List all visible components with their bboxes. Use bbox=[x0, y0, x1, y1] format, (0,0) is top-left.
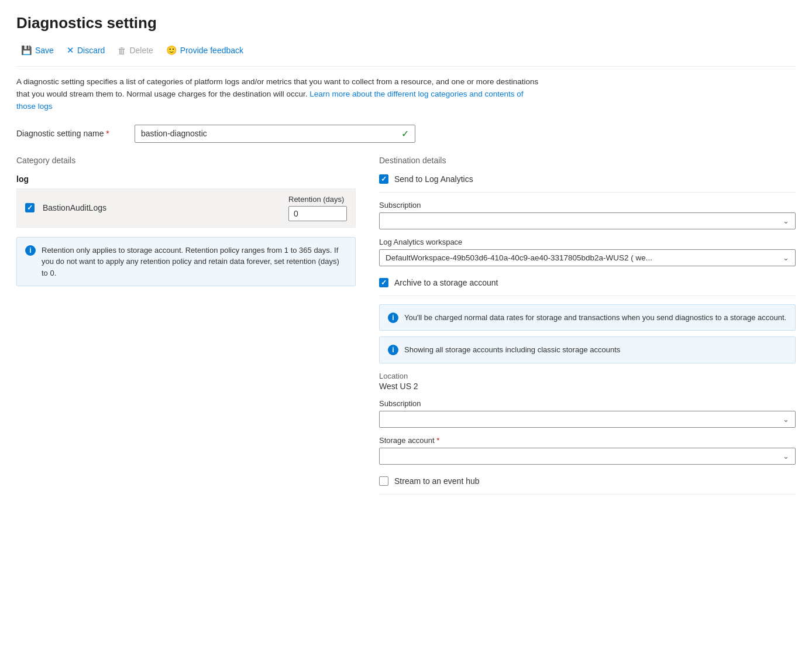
storage-charge-info-box: i You'll be charged normal data rates fo… bbox=[379, 304, 796, 331]
destination-details-section: Destination details ✓ Send to Log Analyt… bbox=[379, 156, 796, 506]
storage-account-checkbox-row: ✓ Archive to a storage account bbox=[379, 278, 796, 287]
event-hub-label: Stream to an event hub bbox=[394, 476, 480, 486]
la-subscription-label: Subscription bbox=[379, 201, 796, 210]
storage-account-checkbox[interactable]: ✓ bbox=[379, 278, 388, 287]
event-hub-divider bbox=[379, 494, 796, 495]
la-workspace-group: Log Analytics workspace DefaultWorkspace… bbox=[379, 238, 796, 266]
valid-check-icon: ✓ bbox=[401, 128, 409, 139]
retention-input[interactable] bbox=[288, 206, 347, 221]
bastion-audit-logs-label: BastionAuditLogs bbox=[43, 203, 106, 212]
category-details-section: Category details log ✓ BastionAuditLogs … bbox=[16, 156, 356, 287]
event-hub-checkbox[interactable] bbox=[379, 476, 388, 486]
storage-account-dropdown[interactable]: ⌄ bbox=[379, 448, 796, 465]
la-subscription-group: Subscription ⌄ bbox=[379, 201, 796, 229]
save-icon: 💾 bbox=[21, 45, 32, 56]
retention-info-box: i Retention only applies to storage acco… bbox=[16, 237, 356, 287]
la-workspace-label: Log Analytics workspace bbox=[379, 238, 796, 246]
la-subscription-dropdown[interactable]: ⌄ bbox=[379, 212, 796, 229]
storage-info-icon1: i bbox=[388, 313, 398, 323]
storage-subscription-group: Subscription ⌄ bbox=[379, 399, 796, 428]
description-text: A diagnostic setting specifies a list of… bbox=[16, 76, 543, 113]
page-title: Diagnostics setting bbox=[16, 14, 796, 32]
retention-info-text: Retention only applies to storage accoun… bbox=[42, 245, 347, 279]
log-label: log bbox=[16, 174, 356, 184]
log-section: log ✓ BastionAuditLogs Retention (days) bbox=[16, 174, 356, 228]
discard-icon: ✕ bbox=[67, 45, 74, 56]
save-button[interactable]: 💾 Save bbox=[16, 43, 59, 58]
storage-account-field-group: Storage account * ⌄ bbox=[379, 436, 796, 465]
storage-subscription-label: Subscription bbox=[379, 399, 796, 408]
storage-subscription-dropdown[interactable]: ⌄ bbox=[379, 411, 796, 428]
log-analytics-checkbox-row: ✓ Send to Log Analytics bbox=[379, 174, 796, 184]
event-hub-checkbox-row: Stream to an event hub bbox=[379, 476, 796, 486]
storage-account-divider bbox=[379, 296, 796, 296]
diagnostic-name-label: Diagnostic setting name * bbox=[16, 129, 128, 138]
storage-location-label: Location bbox=[379, 372, 796, 380]
discard-button[interactable]: ✕ Discard bbox=[62, 43, 109, 58]
two-col-layout: Category details log ✓ BastionAuditLogs … bbox=[16, 156, 796, 506]
log-row: ✓ BastionAuditLogs Retention (days) bbox=[16, 188, 356, 228]
retention-label: Retention (days) bbox=[288, 195, 344, 204]
log-analytics-divider bbox=[379, 192, 796, 193]
log-analytics-section: ✓ Send to Log Analytics Subscription ⌄ L… bbox=[379, 174, 796, 266]
diagnostic-name-input[interactable] bbox=[141, 129, 398, 138]
diagnostic-name-input-wrapper: ✓ bbox=[135, 125, 415, 143]
storage-classic-info-box: i Showing all storage accounts including… bbox=[379, 336, 796, 363]
la-workspace-arrow-icon: ⌄ bbox=[783, 253, 789, 262]
delete-icon: 🗑 bbox=[118, 46, 126, 56]
storage-subscription-arrow-icon: ⌄ bbox=[783, 415, 789, 424]
storage-account-field-label: Storage account * bbox=[379, 436, 796, 445]
la-workspace-dropdown[interactable]: DefaultWorkspace-49b503d6-410a-40c9-ae40… bbox=[379, 249, 796, 266]
storage-classic-text: Showing all storage accounts including c… bbox=[404, 344, 620, 356]
feedback-icon: 🙂 bbox=[166, 45, 177, 56]
log-analytics-checkbox[interactable]: ✓ bbox=[379, 174, 388, 184]
event-hub-section: Stream to an event hub bbox=[379, 476, 796, 495]
destination-details-title: Destination details bbox=[379, 156, 796, 165]
feedback-button[interactable]: 🙂 Provide feedback bbox=[161, 43, 248, 58]
bastion-audit-logs-checkbox[interactable]: ✓ bbox=[25, 203, 35, 212]
info-icon: i bbox=[25, 245, 36, 256]
storage-account-arrow-icon: ⌄ bbox=[783, 452, 789, 461]
storage-account-section: ✓ Archive to a storage account i You'll … bbox=[379, 278, 796, 465]
toolbar: 💾 Save ✕ Discard 🗑 Delete 🙂 Provide feed… bbox=[16, 43, 796, 67]
delete-button[interactable]: 🗑 Delete bbox=[113, 43, 157, 58]
diagnostic-name-row: Diagnostic setting name * ✓ bbox=[16, 125, 796, 143]
category-details-title: Category details bbox=[16, 156, 356, 165]
la-subscription-arrow-icon: ⌄ bbox=[783, 217, 789, 225]
la-workspace-value: DefaultWorkspace-49b503d6-410a-40c9-ae40… bbox=[386, 253, 652, 262]
storage-info-icon2: i bbox=[388, 345, 398, 355]
storage-location-value: West US 2 bbox=[379, 382, 796, 391]
storage-account-required-star: * bbox=[436, 436, 439, 445]
storage-charge-text: You'll be charged normal data rates for … bbox=[404, 312, 786, 324]
log-analytics-label: Send to Log Analytics bbox=[394, 174, 473, 184]
required-star: * bbox=[106, 129, 109, 138]
storage-account-label: Archive to a storage account bbox=[394, 278, 498, 287]
